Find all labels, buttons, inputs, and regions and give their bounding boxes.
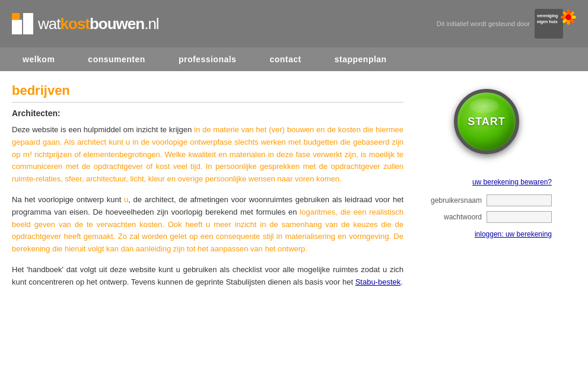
logo-icon (12, 13, 33, 34)
svg-rect-2 (23, 13, 33, 34)
start-button-container: START (454, 89, 519, 154)
sponsor-text: Dit initiatief wordt gesteund door (437, 20, 530, 28)
main-content: bedrijven Architecten: Deze website is e… (0, 71, 588, 309)
nav-item-stappenplan[interactable]: stappenplan (318, 47, 403, 71)
logo-bouwen: bouwen (90, 15, 144, 33)
sidebar: START uw berekening bewaren? gebruikersn… (421, 83, 552, 297)
logo-text: watkostbouwen.nl (38, 15, 159, 33)
paragraph-1: Deze website is een hulpmiddel om inzich… (12, 124, 403, 186)
password-input[interactable] (487, 211, 552, 223)
svg-rect-0 (12, 20, 22, 34)
start-button[interactable]: START (454, 89, 519, 154)
header: watkostbouwen.nl Dit initiatief wordt ge… (0, 0, 588, 47)
nav-item-contact[interactable]: contact (253, 47, 317, 71)
logo-wat: wat (38, 15, 60, 33)
login-area: uw berekening bewaren? gebruikersnaam wa… (421, 178, 552, 238)
stabu-link[interactable]: Stabu-bestek (355, 277, 401, 286)
content-area: bedrijven Architecten: Deze website is e… (12, 83, 403, 297)
username-label: gebruikersnaam (431, 196, 482, 205)
svg-point-16 (565, 14, 571, 20)
password-label: wachtwoord (434, 213, 482, 221)
logo-area[interactable]: watkostbouwen.nl (12, 13, 159, 34)
sponsor-area: Dit initiatief wordt gesteund door veren… (437, 9, 576, 39)
logo-kost: kost (60, 15, 89, 33)
svg-text:eigen huis: eigen huis (537, 20, 558, 24)
section-title: Architecten: (12, 108, 403, 118)
start-label: START (468, 116, 506, 128)
save-link[interactable]: uw berekening bewaren? (472, 178, 552, 186)
logo-nl: .nl (144, 15, 158, 33)
svg-rect-1 (12, 13, 20, 20)
password-row: wachtwoord (421, 211, 552, 223)
paragraph-3: Het 'handboek' dat volgt uit deze websit… (12, 264, 403, 289)
login-link[interactable]: inloggen: uw berekening (475, 230, 552, 238)
username-input[interactable] (487, 194, 552, 206)
username-row: gebruikersnaam (421, 194, 552, 206)
vereniging-logo: vereniging eigen huis (535, 9, 576, 39)
main-nav: welkom consumenten professionals contact… (0, 47, 588, 71)
paragraph-2: Na het voorlopige ontwerp kunt u, de arc… (12, 194, 403, 256)
nav-item-professionals[interactable]: professionals (162, 47, 253, 71)
nav-item-consumenten[interactable]: consumenten (71, 47, 162, 71)
nav-item-welkom[interactable]: welkom (6, 47, 71, 71)
page-title: bedrijven (12, 83, 403, 103)
svg-text:vereniging: vereniging (537, 14, 558, 18)
